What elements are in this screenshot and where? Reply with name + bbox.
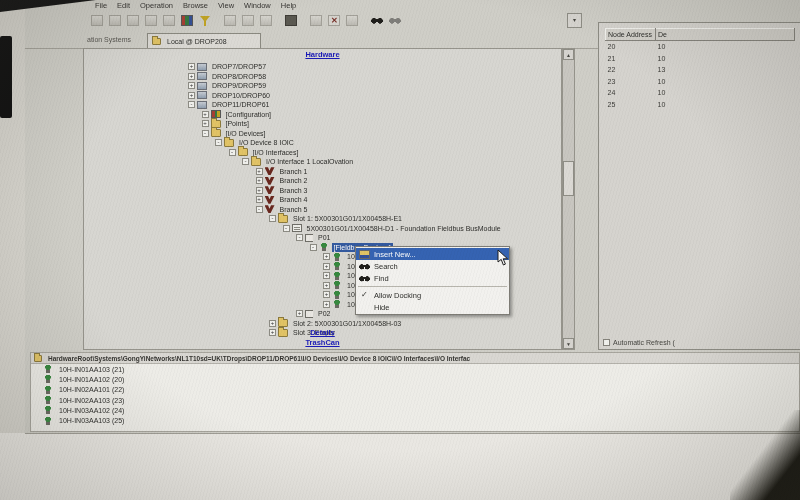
tree-item[interactable]: -[I/O Devices] (84, 129, 561, 139)
table-row[interactable]: 2110 (606, 53, 795, 65)
tree-item[interactable]: +Branch 2 (84, 176, 561, 186)
menu-item-find[interactable]: Find (356, 272, 509, 284)
menu-window[interactable]: Window (244, 1, 271, 10)
expand-icon[interactable]: + (256, 168, 263, 175)
column-header-node-address[interactable]: Node Address (606, 29, 656, 41)
table-row[interactable]: 2410 (606, 87, 795, 99)
list-item[interactable]: 10H-IN02AA103 (23) (31, 395, 799, 405)
expand-icon[interactable]: + (296, 310, 303, 317)
tree-item[interactable]: +Slot 2: 5X00301G01/1X00458H-03 (84, 319, 561, 329)
menu-file[interactable]: File (95, 1, 107, 10)
refresh-icon[interactable] (346, 15, 358, 26)
collapse-icon[interactable]: - (242, 158, 249, 165)
tree-item[interactable]: -DROP11/DROP61 (84, 100, 561, 110)
menu-help[interactable]: Help (281, 1, 296, 10)
table-row[interactable]: 2213 (606, 64, 795, 76)
toolbar-overflow-button[interactable]: ▾ (567, 13, 582, 28)
collapse-icon[interactable]: - (215, 139, 222, 146)
undo-icon[interactable] (109, 15, 121, 26)
expand-icon[interactable]: + (323, 291, 330, 298)
list-item[interactable]: 10H-IN03AA102 (24) (31, 405, 799, 415)
expand-icon[interactable]: + (323, 272, 330, 279)
menu-item-search[interactable]: Search (356, 260, 509, 272)
details-link[interactable]: Details (84, 328, 561, 337)
tree-item[interactable]: +Branch 4 (84, 195, 561, 205)
menu-item-insert-new[interactable]: Insert New... (356, 248, 509, 260)
tree-item[interactable]: -Branch 5 (84, 205, 561, 215)
expand-icon[interactable]: + (202, 120, 209, 127)
expand-icon[interactable]: + (188, 73, 195, 80)
expand-icon[interactable]: + (323, 263, 330, 270)
expand-icon[interactable]: + (323, 301, 330, 308)
tree-item[interactable]: +Branch 3 (84, 186, 561, 196)
collapse-icon[interactable]: - (202, 130, 209, 137)
camera-icon[interactable] (285, 15, 297, 26)
copy-icon[interactable] (145, 15, 157, 26)
tab-local-drop208[interactable]: Local @ DROP208 (147, 33, 261, 48)
table-row[interactable]: 2010 (606, 41, 795, 53)
import-icon[interactable] (224, 15, 236, 26)
find-next-icon[interactable] (389, 15, 401, 26)
expand-icon[interactable]: + (269, 320, 276, 327)
scroll-down-icon[interactable]: ▼ (563, 338, 574, 349)
tree-item[interactable]: +[Configuration] (84, 110, 561, 120)
table-row[interactable]: 2310 (606, 76, 795, 88)
list-item[interactable]: 10H-IN01AA102 (20) (31, 374, 799, 384)
collapse-icon[interactable]: - (296, 234, 303, 241)
expand-icon[interactable]: + (202, 111, 209, 118)
expand-icon[interactable]: + (323, 282, 330, 289)
preview-icon[interactable] (310, 15, 322, 26)
tab-systems[interactable]: ation Systems (87, 36, 131, 43)
collapse-icon[interactable]: - (283, 225, 290, 232)
column-header-device[interactable]: De (656, 29, 795, 41)
expand-icon[interactable]: + (188, 82, 195, 89)
table-row[interactable]: 2510 (606, 99, 795, 111)
tree-item[interactable]: +DROP10/DROP60 (84, 91, 561, 101)
expand-icon[interactable]: + (323, 253, 330, 260)
copy-page-icon[interactable] (260, 15, 272, 26)
expand-icon[interactable]: + (256, 196, 263, 203)
scroll-up-icon[interactable]: ▲ (563, 49, 574, 60)
automatic-refresh-checkbox[interactable] (603, 339, 610, 346)
tree-item[interactable]: +DROP7/DROP57 (84, 62, 561, 72)
cut-icon[interactable] (127, 15, 139, 26)
menu-operation[interactable]: Operation (140, 1, 173, 10)
tree-item[interactable]: -[I/O Interfaces] (84, 148, 561, 158)
expand-icon[interactable]: + (188, 63, 195, 70)
collapse-icon[interactable]: - (269, 215, 276, 222)
list-item[interactable]: 10H-IN03AA103 (25) (31, 415, 799, 425)
menu-browse[interactable]: Browse (183, 1, 208, 10)
menu-edit[interactable]: Edit (117, 1, 130, 10)
expand-icon[interactable]: + (256, 187, 263, 194)
hardware-link[interactable]: Hardware (84, 50, 561, 59)
tree-item[interactable]: -P01 (84, 233, 561, 243)
delete-icon[interactable] (328, 15, 340, 26)
expand-icon[interactable]: + (256, 177, 263, 184)
tree-item[interactable]: +[Points] (84, 119, 561, 129)
filter-icon[interactable] (199, 15, 211, 26)
collapse-icon[interactable]: - (256, 206, 263, 213)
scroll-thumb[interactable] (563, 161, 574, 196)
trashcan-link[interactable]: TrashCan (84, 338, 561, 347)
library-icon[interactable] (181, 15, 193, 26)
tree-item[interactable]: -5X00301G01/1X00458H-D1 - Foundation Fie… (84, 224, 561, 234)
print-icon[interactable] (91, 15, 103, 26)
find-icon[interactable] (371, 15, 383, 26)
collapse-icon[interactable]: - (310, 244, 317, 251)
menu-item-hide[interactable]: Hide (356, 301, 509, 313)
list-item[interactable]: 10H-IN01AA103 (21) (31, 364, 799, 374)
menu-view[interactable]: View (218, 1, 234, 10)
expand-icon[interactable]: + (188, 92, 195, 99)
tree-item[interactable]: +DROP8/DROP58 (84, 72, 561, 82)
export-icon[interactable] (242, 15, 254, 26)
tree-item[interactable]: +DROP9/DROP59 (84, 81, 561, 91)
tree-scrollbar[interactable]: ▲ ▼ (562, 48, 575, 350)
tree-item[interactable]: -I/O Device 8 IOIC (84, 138, 561, 148)
menu-item-allow-docking[interactable]: Allow Docking (356, 289, 509, 301)
tree-item[interactable]: +Branch 1 (84, 167, 561, 177)
tree-item[interactable]: -Slot 1: 5X00301G01/1X00458H-E1 (84, 214, 561, 224)
paste-icon[interactable] (163, 15, 175, 26)
tree-item[interactable]: -I/O Interface 1 LocalOvation (84, 157, 561, 167)
collapse-icon[interactable]: - (188, 101, 195, 108)
list-item[interactable]: 10H-IN02AA101 (22) (31, 385, 799, 395)
